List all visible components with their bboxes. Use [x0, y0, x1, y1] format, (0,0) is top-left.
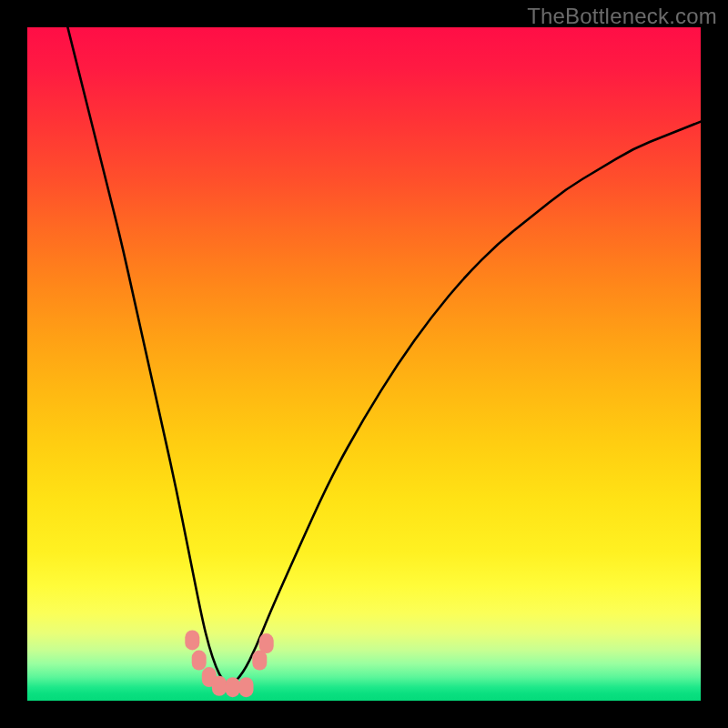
marker-dot [185, 630, 199, 650]
marker-dot [259, 633, 274, 653]
plot-area [27, 27, 701, 701]
marker-group [185, 630, 273, 697]
watermark: TheBottleneck.com [527, 4, 717, 29]
marker-dot [226, 677, 240, 697]
highlight-markers [27, 27, 701, 701]
chart-frame: TheBottleneck.com [0, 0, 728, 728]
marker-dot [239, 677, 254, 697]
marker-dot [252, 651, 267, 671]
marker-dot [192, 651, 207, 671]
marker-dot [212, 676, 227, 696]
